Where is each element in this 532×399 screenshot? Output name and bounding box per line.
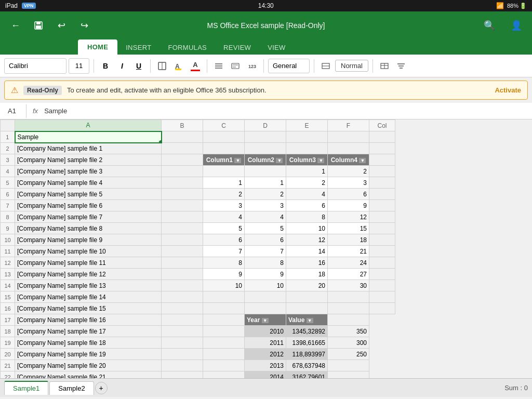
cell-col1-row8[interactable]: 4 bbox=[245, 211, 286, 223]
activate-button[interactable]: Activate bbox=[495, 86, 521, 94]
align-button[interactable] bbox=[211, 59, 226, 73]
tab-view[interactable]: VIEW bbox=[259, 41, 294, 55]
fill-color-button[interactable]: A bbox=[171, 59, 186, 73]
undo-button[interactable]: ↩ bbox=[52, 16, 71, 35]
tab-formulas[interactable]: FORMULAS bbox=[159, 41, 215, 55]
search-button[interactable]: 🔍 bbox=[480, 16, 499, 35]
cell-year-1-row21[interactable]: 678,637948 bbox=[286, 360, 328, 371]
cell-empty-4-row16[interactable] bbox=[369, 303, 395, 314]
cell-c20[interactable] bbox=[203, 349, 245, 360]
cell-extra-row19[interactable]: 300 bbox=[328, 337, 369, 349]
cell-year-0-row21[interactable]: 2013 bbox=[245, 360, 286, 371]
font-color-button[interactable]: A bbox=[188, 59, 203, 73]
cell-empty-1-row2[interactable] bbox=[245, 143, 286, 154]
cell-a14[interactable]: [Company Name] sample file 13 bbox=[15, 280, 162, 291]
cell-col0-row6[interactable]: 2 bbox=[203, 189, 245, 200]
cell-b18[interactable] bbox=[162, 326, 203, 337]
cell-a16[interactable]: [Company Name] sample file 15 bbox=[15, 303, 162, 314]
cell-col3-row7[interactable]: 9 bbox=[328, 200, 369, 211]
account-button[interactable]: 👤 bbox=[507, 16, 526, 35]
cell-a4[interactable]: [Company Name] sample file 3 bbox=[15, 166, 162, 177]
format-input[interactable] bbox=[268, 59, 310, 73]
cell-empty-0-row2[interactable] bbox=[203, 143, 245, 154]
cell-year-0-row18[interactable]: 2010 bbox=[245, 326, 286, 337]
cell-extra-row8[interactable] bbox=[369, 211, 395, 223]
normal-style-badge[interactable]: Normal bbox=[335, 60, 368, 72]
cell-extra-row20[interactable]: 250 bbox=[328, 349, 369, 360]
cell-extra-row6[interactable] bbox=[369, 189, 395, 200]
cell-empty-1-row15[interactable] bbox=[245, 291, 286, 303]
cell-col2-row12[interactable]: 16 bbox=[286, 257, 328, 269]
cell-extra-row18[interactable]: 350 bbox=[328, 326, 369, 337]
cell-extra-row5[interactable] bbox=[369, 177, 395, 189]
cell-year-0-row22[interactable]: 2014 bbox=[245, 371, 286, 379]
wrap-button[interactable] bbox=[228, 59, 243, 73]
cell-extra-row9[interactable] bbox=[369, 223, 395, 234]
cell-empty-2-row16[interactable] bbox=[286, 303, 328, 314]
cell-col2-row6[interactable]: 4 bbox=[286, 189, 328, 200]
cell-b10[interactable] bbox=[162, 234, 203, 246]
redo-button[interactable]: ↪ bbox=[75, 16, 94, 35]
cell-b14[interactable] bbox=[162, 280, 203, 291]
cell-a21[interactable]: [Company Name] sample file 20 bbox=[15, 360, 162, 371]
cell-year-header-1[interactable]: Value ▼ bbox=[286, 314, 328, 326]
table-format-button[interactable] bbox=[377, 59, 392, 73]
col-header-c[interactable]: C bbox=[203, 120, 245, 131]
cell-b12[interactable] bbox=[162, 257, 203, 269]
cell-a1[interactable]: Sample bbox=[15, 131, 162, 143]
cell-col2-row7[interactable]: 6 bbox=[286, 200, 328, 211]
cell-extra-row13[interactable] bbox=[369, 269, 395, 280]
col-header-rest[interactable]: Col bbox=[369, 120, 395, 131]
col-header-f[interactable]: F bbox=[328, 120, 369, 131]
cell-col3-row9[interactable]: 15 bbox=[328, 223, 369, 234]
cell-extra-row22[interactable] bbox=[328, 371, 369, 379]
cell-empty-3-row2[interactable] bbox=[328, 143, 369, 154]
col-header-d[interactable]: D bbox=[245, 120, 286, 131]
cell-empty-3-row16[interactable] bbox=[328, 303, 369, 314]
cell-col1-row9[interactable]: 5 bbox=[245, 223, 286, 234]
add-sheet-button[interactable]: + bbox=[95, 382, 108, 394]
cell-empty-2-row2[interactable] bbox=[286, 143, 328, 154]
cell-b22[interactable] bbox=[162, 371, 203, 379]
cell-a19[interactable]: [Company Name] sample file 18 bbox=[15, 337, 162, 349]
cell-c19[interactable] bbox=[203, 337, 245, 349]
cell-col0-row7[interactable]: 3 bbox=[203, 200, 245, 211]
cell-b20[interactable] bbox=[162, 349, 203, 360]
cell-a8[interactable]: [Company Name] sample file 7 bbox=[15, 211, 162, 223]
cell-a5[interactable]: [Company Name] sample file 4 bbox=[15, 177, 162, 189]
tab-insert[interactable]: INSERT bbox=[117, 41, 159, 55]
formula-input[interactable] bbox=[44, 107, 528, 115]
cell-a12[interactable]: [Company Name] sample file 11 bbox=[15, 257, 162, 269]
cell-col2-row9[interactable]: 10 bbox=[286, 223, 328, 234]
col-header-e[interactable]: E bbox=[286, 120, 328, 131]
cell-year-0-row19[interactable]: 2011 bbox=[245, 337, 286, 349]
cell-col1-row4[interactable] bbox=[245, 166, 286, 177]
italic-button[interactable]: I bbox=[115, 59, 129, 73]
cell-col1-row10[interactable]: 6 bbox=[245, 234, 286, 246]
cell-empty-0-row15[interactable] bbox=[203, 291, 245, 303]
cell-b15[interactable] bbox=[162, 291, 203, 303]
cell-a17[interactable]: [Company Name] sample file 16 bbox=[15, 314, 162, 326]
cell-b7[interactable] bbox=[162, 200, 203, 211]
cell-b13[interactable] bbox=[162, 269, 203, 280]
cell-col3-row3[interactable]: Column4 ▼ bbox=[328, 154, 369, 166]
cell-year-1-row19[interactable]: 1398,61665 bbox=[286, 337, 328, 349]
cell-year-1-row22[interactable]: 3162,79601 bbox=[286, 371, 328, 379]
cell-col0-row14[interactable]: 10 bbox=[203, 280, 245, 291]
font-size-input[interactable] bbox=[69, 58, 89, 74]
cell-col0-row3[interactable]: Column1 ▼ bbox=[203, 154, 245, 166]
cell-a9[interactable]: [Company Name] sample file 8 bbox=[15, 223, 162, 234]
cell-b6[interactable] bbox=[162, 189, 203, 200]
sheet-tab-sample2[interactable]: Sample2 bbox=[49, 381, 94, 395]
cell-col3-row10[interactable]: 18 bbox=[328, 234, 369, 246]
cell-col1-row11[interactable]: 7 bbox=[245, 246, 286, 257]
cell-col1-row6[interactable]: 2 bbox=[245, 189, 286, 200]
cell-col2-row4[interactable]: 1 bbox=[286, 166, 328, 177]
cell-extra-row12[interactable] bbox=[369, 257, 395, 269]
cell-extra-row4[interactable] bbox=[369, 166, 395, 177]
cell-b11[interactable] bbox=[162, 246, 203, 257]
cell-a11[interactable]: [Company Name] sample file 10 bbox=[15, 246, 162, 257]
cell-empty-2-row15[interactable] bbox=[286, 291, 328, 303]
cell-col0-row10[interactable]: 6 bbox=[203, 234, 245, 246]
cell-c17[interactable] bbox=[203, 314, 245, 326]
